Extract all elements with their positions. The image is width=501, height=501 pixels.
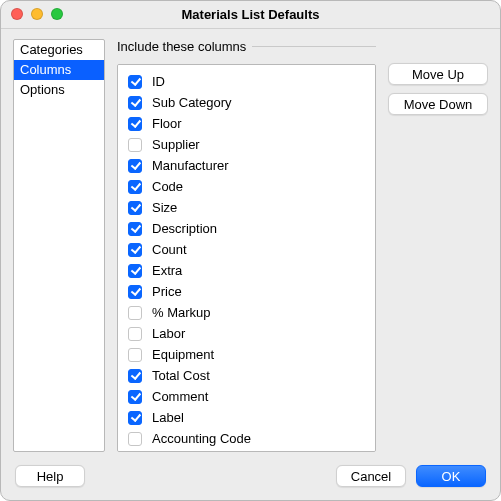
column-checkbox[interactable]	[128, 138, 142, 152]
column-row[interactable]: Description	[126, 218, 367, 239]
column-label: % Markup	[152, 305, 211, 320]
column-checkbox[interactable]	[128, 369, 142, 383]
main-panel: Include these columns IDSub CategoryFloo…	[117, 39, 488, 452]
column-label: Count	[152, 242, 187, 257]
column-checkbox[interactable]	[128, 432, 142, 446]
sidebar-item-columns[interactable]: Columns	[14, 60, 104, 80]
column-row[interactable]: Supplier	[126, 134, 367, 155]
column-row[interactable]: Label	[126, 407, 367, 428]
column-row[interactable]: Price	[126, 281, 367, 302]
column-checkbox[interactable]	[128, 117, 142, 131]
reorder-buttons: Move Up Move Down	[388, 39, 488, 452]
column-row[interactable]: Comment	[126, 386, 367, 407]
column-row[interactable]: Size	[126, 197, 367, 218]
window-title: Materials List Defaults	[182, 7, 320, 22]
column-row[interactable]: Count	[126, 239, 367, 260]
column-label: Description	[152, 221, 217, 236]
column-checkbox[interactable]	[128, 327, 142, 341]
column-label: Labor	[152, 326, 185, 341]
titlebar: Materials List Defaults	[1, 1, 500, 29]
column-label: Manufacturer	[152, 158, 229, 173]
content-area: CategoriesColumnsOptions Include these c…	[1, 29, 500, 452]
column-row[interactable]: Sub Category	[126, 92, 367, 113]
column-checkbox[interactable]	[128, 159, 142, 173]
zoom-icon[interactable]	[51, 8, 63, 20]
column-label: Label	[152, 410, 184, 425]
sidebar: CategoriesColumnsOptions	[13, 39, 105, 452]
column-checkbox[interactable]	[128, 285, 142, 299]
column-label: Price	[152, 284, 182, 299]
minimize-icon[interactable]	[31, 8, 43, 20]
column-row[interactable]: Code	[126, 176, 367, 197]
ok-button[interactable]: OK	[416, 465, 486, 487]
sidebar-item-label: Columns	[20, 62, 71, 77]
include-columns-legend: Include these columns	[117, 39, 252, 54]
column-row[interactable]: Accounting Code	[126, 428, 367, 449]
cancel-button[interactable]: Cancel	[336, 465, 406, 487]
sidebar-item-label: Categories	[20, 42, 83, 57]
column-checkbox[interactable]	[128, 222, 142, 236]
columns-checklist[interactable]: IDSub CategoryFloorSupplierManufacturerC…	[117, 64, 376, 452]
column-checkbox[interactable]	[128, 180, 142, 194]
include-columns-group: Include these columns IDSub CategoryFloo…	[117, 39, 376, 452]
column-checkbox[interactable]	[128, 348, 142, 362]
column-label: Comment	[152, 389, 208, 404]
column-checkbox[interactable]	[128, 201, 142, 215]
column-label: ID	[152, 74, 165, 89]
sidebar-item-categories[interactable]: Categories	[14, 40, 104, 60]
column-label: Extra	[152, 263, 182, 278]
columns-panel: Include these columns IDSub CategoryFloo…	[117, 39, 376, 452]
help-button[interactable]: Help	[15, 465, 85, 487]
column-row[interactable]: ID	[126, 71, 367, 92]
dialog-footer: Help Cancel OK	[1, 452, 500, 500]
column-label: Size	[152, 200, 177, 215]
sidebar-item-options[interactable]: Options	[14, 80, 104, 100]
column-row[interactable]: Equipment	[126, 344, 367, 365]
column-checkbox[interactable]	[128, 243, 142, 257]
column-label: Accounting Code	[152, 431, 251, 446]
column-checkbox[interactable]	[128, 306, 142, 320]
column-checkbox[interactable]	[128, 96, 142, 110]
column-checkbox[interactable]	[128, 264, 142, 278]
column-row[interactable]: Floor	[126, 113, 367, 134]
column-checkbox[interactable]	[128, 390, 142, 404]
column-label: Floor	[152, 116, 182, 131]
column-row[interactable]: Manufacturer	[126, 155, 367, 176]
dialog-window: Materials List Defaults CategoriesColumn…	[0, 0, 501, 501]
column-row[interactable]: Extra	[126, 260, 367, 281]
column-label: Total Cost	[152, 368, 210, 383]
column-label: Code	[152, 179, 183, 194]
close-icon[interactable]	[11, 8, 23, 20]
move-down-button[interactable]: Move Down	[388, 93, 488, 115]
column-checkbox[interactable]	[128, 75, 142, 89]
column-label: Supplier	[152, 137, 200, 152]
column-checkbox[interactable]	[128, 411, 142, 425]
move-up-button[interactable]: Move Up	[388, 63, 488, 85]
column-label: Equipment	[152, 347, 214, 362]
column-row[interactable]: Total Cost	[126, 365, 367, 386]
column-row[interactable]: % Markup	[126, 302, 367, 323]
column-row[interactable]: Labor	[126, 323, 367, 344]
column-label: Sub Category	[152, 95, 232, 110]
sidebar-item-label: Options	[20, 82, 65, 97]
window-controls	[11, 8, 63, 20]
